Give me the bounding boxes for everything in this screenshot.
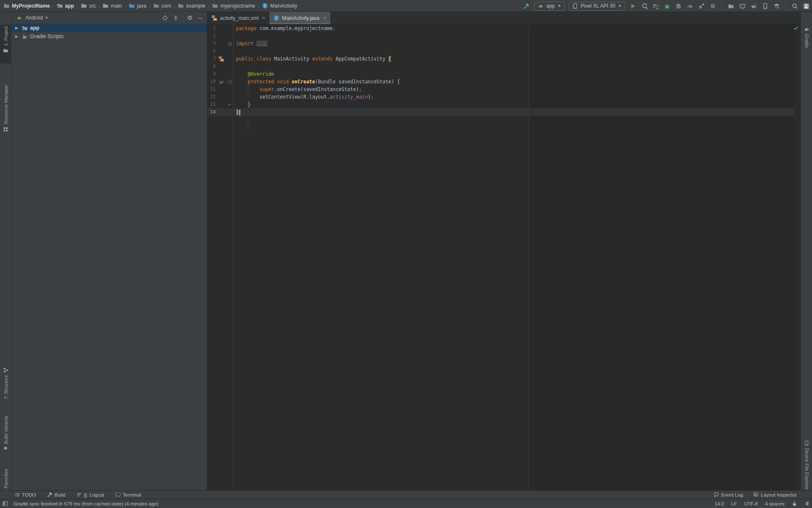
sdk-manager-button[interactable] <box>773 2 780 10</box>
indent-widget[interactable]: 4 spaces <box>765 501 785 506</box>
line-separator-widget[interactable]: LF <box>731 501 737 506</box>
related-layout-icon[interactable]: <> <box>216 56 227 62</box>
captures-button[interactable] <box>727 2 735 10</box>
play-icon <box>630 3 636 9</box>
device-monitor-button[interactable] <box>738 2 746 10</box>
breadcrumb-item-com[interactable]: com <box>153 3 171 9</box>
code-line-14: 14} <box>207 108 795 116</box>
fold-marker[interactable]: ⌐ <box>227 101 233 108</box>
account-avatar[interactable] <box>802 2 810 10</box>
tool-window-button-todo[interactable]: TODO <box>14 492 36 497</box>
collapse-all-icon <box>173 15 179 21</box>
avd-manager-button[interactable] <box>761 2 769 10</box>
profiler-button[interactable] <box>686 2 694 10</box>
tool-window-button-terminal[interactable]: Terminal <box>115 492 141 497</box>
breadcrumb-label: myprojectname <box>220 3 255 9</box>
stop-button[interactable] <box>709 2 716 10</box>
code-editor[interactable]: 1package com.example.myprojectname;23+im… <box>207 25 801 494</box>
fold-marker[interactable]: + <box>227 42 233 46</box>
fold-collapse-icon[interactable]: − <box>228 80 232 84</box>
readonly-toggle[interactable] <box>792 501 797 506</box>
logcat-icon <box>77 492 82 497</box>
hide-panel-button[interactable]: ─ <box>197 14 204 22</box>
tool-window-button-event-log[interactable]: Event Log <box>713 492 743 497</box>
status-message: Gradle sync finished in 579 ms (from cac… <box>8 501 159 506</box>
breadcrumb-label: example <box>186 3 205 9</box>
breadcrumb-item-app[interactable]: app <box>57 3 74 9</box>
toolbar-separator <box>785 3 786 9</box>
close-tab-icon[interactable]: ✕ <box>262 16 265 20</box>
stripe-button-build-variants[interactable]: Build Variants <box>0 414 11 463</box>
device-select[interactable]: Pixel XL API 30 ▼ <box>568 2 625 11</box>
code-text: import ... <box>233 40 268 47</box>
toggle-tool-windows-button[interactable] <box>3 501 8 506</box>
project-stripe-icon <box>3 48 8 53</box>
status-widget[interactable] <box>804 501 810 506</box>
breadcrumb-label: com <box>162 3 171 9</box>
breadcrumb-item-main[interactable]: main <box>102 3 122 9</box>
breadcrumb-label: MyProjectName <box>12 3 50 9</box>
profile-app-button[interactable] <box>675 2 682 10</box>
tool-window-button-build[interactable]: Build <box>47 492 66 497</box>
encoding-widget[interactable]: UTF-8 <box>744 501 758 506</box>
run-configuration-select[interactable]: app ▼ <box>534 2 565 11</box>
android-head-icon <box>538 3 544 9</box>
android-head-icon <box>16 15 22 21</box>
panel-settings-button[interactable]: ⚙ <box>186 14 194 22</box>
apply-code-changes-button[interactable] <box>652 2 659 10</box>
apply-changes-button[interactable]: A <box>640 2 648 10</box>
override-icon[interactable] <box>216 79 227 85</box>
fold-marker[interactable]: − <box>227 80 233 84</box>
run-monitor-icon <box>739 3 746 9</box>
tool-window-button-6-logcat[interactable]: 6: Logcat <box>77 492 104 497</box>
search-everywhere-button[interactable] <box>791 2 798 10</box>
profiler-gauge-icon <box>687 3 693 9</box>
expand-arrow-icon[interactable]: ▶ <box>15 34 19 39</box>
breadcrumb-separator-icon: › <box>148 3 151 8</box>
breadcrumb-item-myprojectname[interactable]: MyProjectName <box>3 3 50 9</box>
chevron-down-icon: ▼ <box>557 4 561 8</box>
code-line-10: 10− protected void onCreate(Bundle saved… <box>207 78 795 86</box>
tree-node-gradle-scripts[interactable]: ▶Gradle Scripts <box>11 32 207 41</box>
apply-restart-icon: A <box>641 3 647 9</box>
caret-position-widget[interactable]: 14:2 <box>715 501 724 506</box>
breadcrumb-label: java <box>137 3 146 9</box>
stripe-button-7-structure[interactable]: 7: Structure <box>0 366 11 409</box>
breadcrumb-item-src[interactable]: src <box>81 3 96 9</box>
tree-node-app[interactable]: ▶app <box>11 24 207 32</box>
stripe-button-resource-manager[interactable]: Resource Manager <box>0 83 11 158</box>
gradle-sync-button[interactable] <box>750 2 757 10</box>
breadcrumb-item-java[interactable]: java <box>129 3 146 9</box>
tool-window-button-layout-inspector[interactable]: Layout Inspector <box>753 492 797 497</box>
expand-arrow-icon[interactable]: ▶ <box>15 26 19 30</box>
editor-tab-mainactivity-java[interactable]: CMainActivity.java✕ <box>269 12 330 24</box>
breadcrumb-item-myprojectname[interactable]: myprojectname <box>212 3 255 9</box>
run-button[interactable] <box>629 2 636 10</box>
stripe-button-1-project[interactable]: 1: Project <box>0 25 11 64</box>
stripe-label: Device File Explorer <box>804 448 809 489</box>
breadcrumb-label: src <box>89 3 96 9</box>
stripe-button-gradle[interactable]: Gradle <box>801 25 812 58</box>
project-view-mode[interactable]: Android <box>25 15 43 21</box>
editor-tab-activity-main-xml[interactable]: <>activity_main.xml✕ <box>207 12 269 24</box>
toolbar-separator <box>721 3 722 9</box>
tool-window-button-label: Terminal <box>123 492 141 497</box>
device-label: Pixel XL API 30 <box>581 3 615 9</box>
debug-button[interactable] <box>663 2 671 10</box>
captures-folder-icon <box>728 3 734 9</box>
collapse-all-button[interactable] <box>172 14 179 22</box>
locate-file-button[interactable] <box>161 14 169 22</box>
sdk-box-icon <box>774 3 780 9</box>
breadcrumb-item-mainactivity[interactable]: CMainActivity <box>262 3 297 9</box>
avd-phone-icon <box>762 3 768 9</box>
tool-window-button-label: 6: Logcat <box>84 492 104 497</box>
attach-debugger-button[interactable] <box>697 2 705 10</box>
text-caret <box>239 110 240 116</box>
stop-icon <box>710 3 716 9</box>
build-project-button[interactable] <box>523 2 530 10</box>
close-tab-icon[interactable]: ✕ <box>323 16 326 20</box>
code-text: protected void onCreate(Bundle savedInst… <box>233 78 400 86</box>
breadcrumb-item-example[interactable]: example <box>178 3 205 9</box>
fold-expand-icon[interactable]: + <box>228 42 232 46</box>
inspections-status-button[interactable] <box>793 25 799 31</box>
